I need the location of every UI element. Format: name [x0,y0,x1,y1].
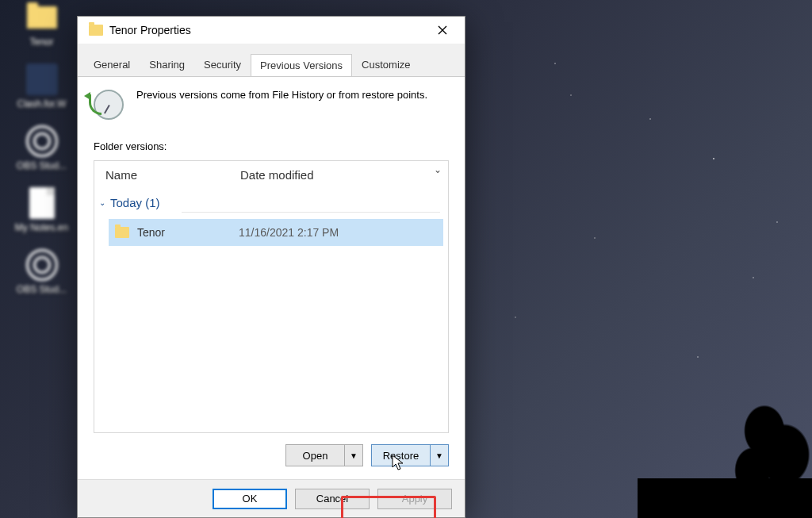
document-icon [29,187,55,219]
app-icon [26,63,58,95]
desktop-icon-obs1[interactable]: OBS Stud... [8,125,75,171]
tab-sharing[interactable]: Sharing [140,53,194,76]
folder-versions-label: Folder versions: [94,140,449,152]
obs-icon [26,249,58,281]
desktop-icon-clash[interactable]: Clash.for.W [8,63,75,109]
tab-body: Previous versions come from File History… [78,76,465,479]
group-label: Today (1) [110,196,160,209]
tab-general[interactable]: General [84,53,140,76]
chevron-down-icon: ⌄ [99,198,105,207]
properties-dialog: Tenor Properties General Sharing Securit… [77,16,465,518]
folder-icon [89,25,103,36]
desktop-icon-label: Clash.for.W [17,98,66,109]
chevron-down-icon: ⌄ [434,164,442,175]
desktop-icon-notes[interactable]: My Notes.en [8,187,75,233]
close-icon [438,25,447,35]
list-header: Name Date modified ⌄ [94,161,448,188]
folder-icon [115,227,129,238]
desktop-icon-label: Tenor [29,36,53,48]
tab-strip: General Sharing Security Previous Versio… [78,44,465,76]
dialog-title: Tenor Properties [109,24,424,36]
desktop-icon-label: OBS Stud... [17,284,67,295]
desktop-icon-tenor[interactable]: Tenor [8,2,75,48]
tab-security[interactable]: Security [194,53,251,76]
close-button[interactable] [424,18,460,42]
folder-icon [27,6,57,29]
item-date: 11/16/2021 2:17 PM [239,226,339,239]
apply-button: Apply [377,489,452,509]
open-split-button[interactable]: Open ▼ [285,444,363,466]
ok-button[interactable]: OK [213,489,287,509]
desktop-icon-obs2[interactable]: OBS Stud... [8,249,75,295]
restore-button-label: Restore [372,445,431,466]
version-item[interactable]: Tenor 11/16/2021 2:17 PM [109,219,443,246]
desktop-icon-label: OBS Stud... [17,160,67,171]
titlebar[interactable]: Tenor Properties [78,17,465,44]
open-button-label: Open [286,445,345,466]
restore-clock-icon [94,90,124,120]
column-date[interactable]: Date modified [229,168,448,182]
hint-row: Previous versions come from File History… [94,88,449,120]
column-name[interactable]: Name [94,168,229,182]
open-dropdown[interactable]: ▼ [345,445,362,466]
tab-customize[interactable]: Customize [352,53,419,76]
dialog-footer: OK Cancel Apply [78,479,465,517]
tab-previous-versions[interactable]: Previous Versions [251,54,352,77]
restore-dropdown[interactable]: ▼ [431,445,448,466]
hint-text: Previous versions come from File History… [136,88,427,103]
obs-icon [26,125,58,157]
desktop-icon-label: My Notes.en [15,222,68,233]
desktop-icons: Tenor Clash.for.W OBS Stud... My Notes.e… [8,0,75,295]
restore-split-button[interactable]: Restore ▼ [371,444,449,466]
item-name: Tenor [137,226,239,239]
versions-list[interactable]: Name Date modified ⌄ ⌄ Today (1) Tenor 1… [94,160,449,433]
divider [182,212,440,213]
action-row: Open ▼ Restore ▼ [94,444,449,466]
cancel-button[interactable]: Cancel [295,489,370,509]
